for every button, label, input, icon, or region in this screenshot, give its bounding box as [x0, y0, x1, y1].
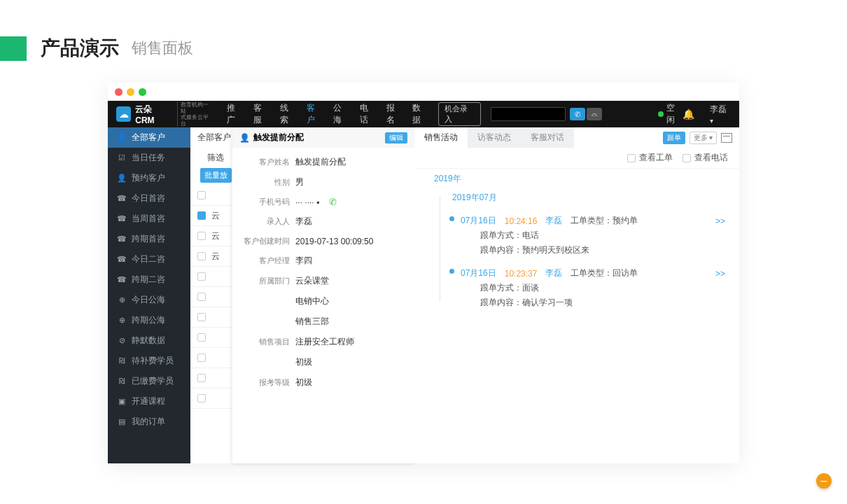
table-row[interactable]: 云	[190, 246, 232, 267]
detail-value: 销售三部	[295, 316, 329, 328]
sidebar-icon: ⊕	[118, 316, 126, 325]
hangup-icon[interactable]: ⌓	[587, 108, 602, 120]
checkbox-icon[interactable]	[197, 374, 206, 382]
tab[interactable]: 销售活动	[414, 127, 468, 148]
nav-item-6[interactable]: 报名	[386, 102, 402, 126]
table-row[interactable]	[190, 267, 232, 287]
table-row[interactable]: 云	[190, 226, 232, 246]
sidebar-item[interactable]: ⊕今日公海	[108, 290, 190, 310]
checkbox-icon[interactable]	[197, 191, 206, 200]
nav-item-1[interactable]: 客服	[253, 102, 270, 126]
sidebar-item[interactable]: ₪已缴费学员	[108, 371, 190, 391]
tab[interactable]: 访客动态	[468, 127, 521, 148]
entry-time: 10:23:37	[505, 269, 538, 279]
checkbox-icon[interactable]	[197, 333, 206, 342]
detail-value: 初级	[295, 377, 312, 388]
nav-item-5[interactable]: 电话	[360, 102, 376, 126]
table-row[interactable]	[190, 328, 232, 348]
check-workorder[interactable]: 查看工单	[627, 152, 673, 164]
table-row[interactable]	[190, 287, 232, 307]
sidebar-item[interactable]: ☎跨期首咨	[108, 229, 190, 249]
sidebar-item[interactable]: ☎跨期二咨	[108, 270, 190, 290]
entry-content: 跟单内容：确认学习一项	[480, 297, 725, 309]
check-phone[interactable]: 查看电话	[682, 152, 728, 164]
detail-title: 触发提前分配	[253, 132, 304, 144]
checkbox-icon[interactable]	[197, 293, 206, 301]
window-icon[interactable]	[721, 133, 732, 143]
logo-icon: ☁	[116, 106, 131, 122]
sidebar-item[interactable]: ☎当周首咨	[108, 209, 190, 229]
nav-item-0[interactable]: 推广	[227, 102, 243, 126]
status-label: 空闲	[666, 102, 682, 126]
close-dot[interactable]	[115, 88, 122, 96]
main-column: 全部客户 筛选 批量放 云云云	[190, 127, 232, 463]
sidebar-label: 待补费学员	[132, 355, 174, 367]
follow-button[interactable]: 跟单	[663, 132, 685, 144]
checkbox-icon[interactable]	[197, 394, 206, 402]
entry-expand[interactable]: >>	[715, 216, 725, 226]
table-row[interactable]	[190, 368, 232, 388]
sidebar-icon: ▣	[118, 397, 126, 406]
sidebar-item[interactable]: ▤我的订单	[108, 412, 190, 432]
more-button[interactable]: 更多 ▾	[690, 132, 717, 144]
nav-item-2[interactable]: 线索	[280, 102, 296, 126]
checkbox-icon[interactable]	[197, 232, 206, 240]
edit-button[interactable]: 编辑	[385, 132, 407, 144]
user-menu[interactable]: 李磊 ▾	[710, 104, 731, 125]
batch-button[interactable]: 批量放	[200, 168, 232, 183]
table-row[interactable]	[190, 307, 232, 328]
nav-item-3[interactable]: 客户	[307, 102, 323, 126]
detail-value: 男	[295, 176, 304, 188]
sidebar-icon: ₪	[118, 356, 126, 365]
phone-icon[interactable]: ✆	[570, 108, 585, 120]
entry-method: 跟单方式：电话	[480, 230, 725, 241]
sidebar-label: 跨期二咨	[132, 274, 165, 286]
status-dot-icon	[658, 111, 664, 117]
activity-panel: 销售活动访客动态客服对话跟单更多 ▾ 查看工单 查看电话 2019年 2019年…	[414, 127, 739, 463]
checkbox-icon[interactable]	[197, 354, 206, 362]
detail-row: 客户创建时间2019-07-13 00:09:50	[242, 232, 405, 251]
detail-label: 客户姓名	[242, 157, 295, 167]
detail-row: 客户经理李四	[242, 251, 405, 271]
checkbox-icon[interactable]	[197, 211, 206, 220]
nav-item-4[interactable]: 公海	[333, 102, 349, 126]
activity-filters: 查看工单 查看电话	[414, 148, 739, 169]
filter-label[interactable]: 筛选	[190, 148, 232, 168]
zoom-dot[interactable]	[139, 88, 146, 96]
sidebar-item[interactable]: 👤全部客户	[108, 127, 190, 148]
sidebar-item[interactable]: ⊘静默数据	[108, 330, 190, 351]
bell-icon[interactable]: 🔔	[682, 108, 694, 120]
phone-icon[interactable]: ✆	[329, 197, 337, 207]
checkbox-icon[interactable]	[197, 252, 206, 260]
sidebar-item[interactable]: ⊕跨期公海	[108, 310, 190, 330]
slide-subtitle: 销售面板	[132, 38, 193, 59]
sidebar-item[interactable]: ☎今日二咨	[108, 249, 190, 270]
minimize-dot[interactable]	[127, 88, 134, 96]
sidebar-item[interactable]: ☑当日任务	[108, 148, 190, 168]
sidebar-item[interactable]: ▣开通课程	[108, 391, 190, 412]
checkbox-icon[interactable]	[197, 272, 206, 281]
sidebar-item[interactable]: 👤预约客户	[108, 168, 190, 188]
table-row[interactable]	[190, 186, 232, 206]
timeline-entry: 07月16日10:24:16李磊工单类型：预约单>>跟单方式：电话跟单内容：预约…	[452, 211, 725, 263]
float-action-button[interactable]: –	[816, 473, 832, 489]
detail-label: 录入人	[242, 216, 295, 227]
table-row[interactable]	[190, 348, 232, 368]
sidebar-label: 我的订单	[132, 416, 165, 428]
chance-entry-button[interactable]: 机会录入	[438, 102, 481, 126]
nav-item-7[interactable]: 数据	[412, 102, 428, 126]
detail-label: 报考等级	[242, 377, 295, 388]
table-row[interactable]	[190, 388, 232, 409]
logo: ☁ 云朵CRM 教育机构一站式服务云平台	[116, 102, 213, 127]
sidebar-item[interactable]: ☎今日首咨	[108, 188, 190, 209]
entry-date: 07月16日	[461, 267, 496, 279]
detail-panel: 👤 触发提前分配 编辑 客户姓名触发提前分配性别男手机号码··· ···· ▪✆…	[232, 127, 414, 463]
entry-expand[interactable]: >>	[715, 269, 725, 279]
sidebar-item[interactable]: ₪待补费学员	[108, 351, 190, 371]
tab[interactable]: 客服对话	[521, 127, 574, 148]
detail-header: 👤 触发提前分配 编辑	[232, 127, 414, 148]
agent-status[interactable]: 空闲	[658, 102, 682, 126]
table-row[interactable]: 云	[190, 206, 232, 226]
checkbox-icon[interactable]	[197, 313, 206, 321]
search-input[interactable]	[491, 107, 566, 121]
